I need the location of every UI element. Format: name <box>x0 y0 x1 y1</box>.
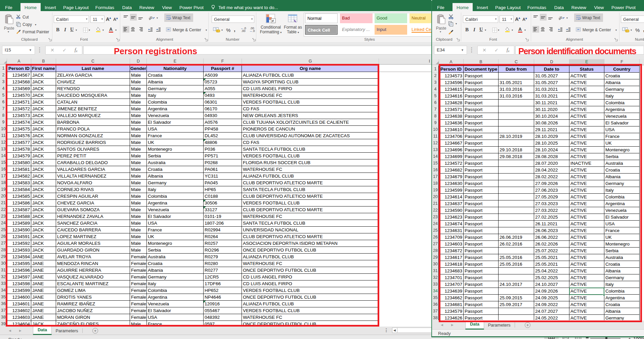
svg-text:ab: ab <box>559 15 563 21</box>
svg-text:≠: ≠ <box>272 18 274 23</box>
svg-text:ab: ab <box>149 15 153 21</box>
